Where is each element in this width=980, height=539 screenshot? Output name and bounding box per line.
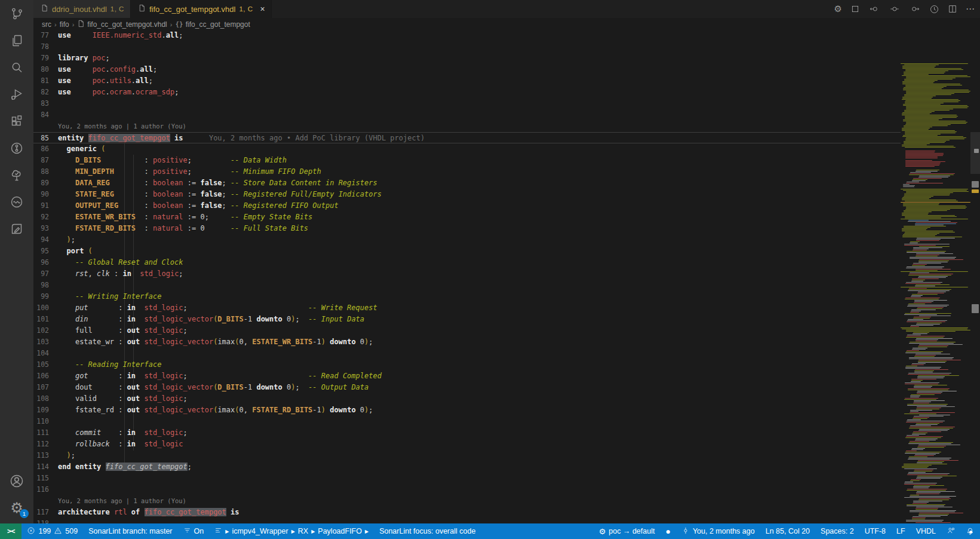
line-number[interactable]: 79 bbox=[33, 53, 58, 64]
line-number[interactable]: 101 bbox=[33, 314, 58, 325]
statusbar-sonarlint-focus[interactable]: SonarLint focus: overall code bbox=[374, 523, 481, 539]
line-number[interactable]: 86 bbox=[33, 143, 58, 155]
code-line-82[interactable]: 82use poc.ocram.ocram_sdp; bbox=[33, 87, 901, 98]
code-line-99[interactable]: 99 -- Writing Interface bbox=[33, 291, 901, 302]
code-line-86[interactable]: 86 generic ( bbox=[33, 143, 901, 155]
code-line-83[interactable]: 83 bbox=[33, 98, 901, 109]
code-line-88[interactable]: 88 MIN_DEPTH : positive; -- Minimum FIFO… bbox=[33, 166, 901, 177]
line-number[interactable]: 108 bbox=[33, 393, 58, 405]
code-line-104[interactable]: 104 bbox=[33, 348, 901, 359]
line-number[interactable]: 92 bbox=[33, 212, 58, 223]
statusbar-git-blame[interactable]: You, 2 months ago bbox=[676, 523, 760, 539]
scrollbar-slider[interactable] bbox=[970, 132, 980, 174]
code-line-81[interactable]: 81use poc.utils.all; bbox=[33, 75, 901, 87]
code-line-116[interactable]: 116 bbox=[33, 484, 901, 495]
editor-action-gear-icon[interactable]: ⚙ bbox=[834, 4, 842, 14]
statusbar-problems[interactable]: 199509 bbox=[21, 523, 83, 539]
code-line-105[interactable]: 105 -- Reading Interface bbox=[33, 359, 901, 370]
statusbar-encoding[interactable]: UTF-8 bbox=[859, 523, 891, 539]
line-number[interactable]: 100 bbox=[33, 302, 58, 314]
code-line-92[interactable]: 92 ESTATE_WR_BITS : natural := 0; -- Emp… bbox=[33, 212, 901, 223]
line-number[interactable]: 99 bbox=[33, 291, 58, 302]
code-line-98[interactable]: 98 bbox=[33, 280, 901, 291]
gitlens-code-lens[interactable]: You, 2 months ago | 1 author (You) bbox=[33, 121, 901, 132]
line-number[interactable]: 77 bbox=[33, 30, 58, 41]
line-number[interactable]: 97 bbox=[33, 268, 58, 280]
line-number[interactable]: 91 bbox=[33, 200, 58, 212]
code-line-108[interactable]: 108 valid : out std_logic; bbox=[33, 393, 901, 405]
code-line-109[interactable]: 109 fstate_rd : out std_logic_vector(ima… bbox=[33, 405, 901, 416]
code-line-100[interactable]: 100 put : in std_logic; -- Write Request bbox=[33, 302, 901, 314]
breadcrumb-item-fifo[interactable]: fifo bbox=[60, 20, 69, 29]
editor-action-circle-arrow-right-icon[interactable] bbox=[909, 4, 921, 14]
code-line-106[interactable]: 106 got : in std_logic; -- Read Complete… bbox=[33, 370, 901, 382]
code-line-117[interactable]: 117architecture rtl of fifo_cc_got_tempg… bbox=[33, 507, 901, 518]
line-number[interactable]: 117 bbox=[33, 507, 58, 518]
line-number[interactable]: 102 bbox=[33, 325, 58, 336]
activity-edit-session-icon[interactable] bbox=[0, 215, 33, 242]
line-number[interactable]: 96 bbox=[33, 257, 58, 268]
line-number[interactable]: 105 bbox=[33, 359, 58, 370]
code-line-101[interactable]: 101 din : in std_logic_vector(D_BITS-1 d… bbox=[33, 314, 901, 325]
line-number[interactable]: 103 bbox=[33, 336, 58, 348]
activity-account-icon[interactable] bbox=[0, 467, 33, 494]
code-line-87[interactable]: 87 D_BITS : positive; -- Data Width bbox=[33, 155, 901, 166]
statusbar-task-breadcrumb[interactable]: ▶icmpv4_Wrapper▶RX▶PayloadFIFO▶ bbox=[209, 523, 374, 539]
line-number[interactable]: 104 bbox=[33, 348, 58, 359]
tab-ddrio_inout.vhdl[interactable]: ddrio_inout.vhdl1, C bbox=[33, 0, 131, 18]
statusbar-filter-toggle[interactable]: On bbox=[178, 523, 210, 539]
line-number[interactable]: 89 bbox=[33, 177, 58, 189]
line-number[interactable]: 98 bbox=[33, 280, 58, 291]
breadcrumb-item-src[interactable]: src bbox=[42, 20, 51, 29]
tab-close-icon[interactable]: × bbox=[260, 4, 265, 14]
activity-test-explorer-icon[interactable] bbox=[0, 161, 33, 188]
code-line-97[interactable]: 97 rst, clk : in std_logic; bbox=[33, 268, 901, 280]
line-number[interactable]: 112 bbox=[33, 439, 58, 450]
statusbar-language-mode[interactable]: VHDL bbox=[911, 523, 941, 539]
line-number[interactable]: 109 bbox=[33, 405, 58, 416]
line-number[interactable]: 84 bbox=[33, 109, 58, 121]
line-number[interactable]: 95 bbox=[33, 246, 58, 257]
statusbar-cursor-position[interactable]: Ln 85, Col 20 bbox=[760, 523, 815, 539]
code-line-79[interactable]: 79library poc; bbox=[33, 53, 901, 64]
minimap[interactable] bbox=[901, 30, 970, 523]
code-line-112[interactable]: 112 rollback : in std_logic bbox=[33, 439, 901, 450]
code-line-90[interactable]: 90 STATE_REG : boolean := false; -- Regi… bbox=[33, 189, 901, 200]
line-number[interactable]: 93 bbox=[33, 223, 58, 234]
line-number[interactable]: 78 bbox=[33, 41, 58, 53]
activity-search-icon[interactable] bbox=[0, 54, 33, 81]
overview-ruler-scrollbar[interactable] bbox=[970, 30, 980, 523]
code-line-115[interactable]: 115 bbox=[33, 473, 901, 484]
code-line-95[interactable]: 95 port ( bbox=[33, 246, 901, 257]
line-number[interactable]: 116 bbox=[33, 484, 58, 495]
code-line-96[interactable]: 96 -- Global Reset and Clock bbox=[33, 257, 901, 268]
line-number[interactable]: 90 bbox=[33, 189, 58, 200]
line-number[interactable]: 110 bbox=[33, 416, 58, 427]
statusbar-remote-indicator[interactable]: >< bbox=[0, 523, 21, 539]
editor-action-more-actions-icon[interactable]: ⋯ bbox=[966, 4, 975, 14]
statusbar-status-circle[interactable]: ● bbox=[660, 523, 675, 539]
code-line-118[interactable]: 118 bbox=[33, 518, 901, 523]
code-line-85[interactable]: 85entity fifo_cc_got_tempgot is You, 2 m… bbox=[33, 132, 901, 143]
line-number[interactable]: 85 bbox=[33, 133, 58, 143]
line-number[interactable]: 113 bbox=[33, 450, 58, 461]
statusbar-notifications[interactable] bbox=[960, 523, 980, 539]
line-number[interactable]: 118 bbox=[33, 518, 58, 523]
code-line-94[interactable]: 94 ); bbox=[33, 234, 901, 246]
code-line-103[interactable]: 103 estate_wr : out std_logic_vector(ima… bbox=[33, 336, 901, 348]
code-line-77[interactable]: 77use IEEE.numeric_std.all; bbox=[33, 30, 901, 41]
line-number[interactable]: 82 bbox=[33, 87, 58, 98]
line-number[interactable]: 94 bbox=[33, 234, 58, 246]
tab-fifo_cc_got_tempgot.vhdl[interactable]: fifo_cc_got_tempgot.vhdl1, C× bbox=[131, 0, 272, 18]
code-line-113[interactable]: 113 ); bbox=[33, 450, 901, 461]
activity-run-debug-icon[interactable] bbox=[0, 81, 33, 108]
code-line-102[interactable]: 102 full : out std_logic; bbox=[33, 325, 901, 336]
editor-action-square-icon[interactable] bbox=[850, 4, 860, 14]
activity-extensions-icon[interactable] bbox=[0, 108, 33, 134]
code-line-78[interactable]: 78 bbox=[33, 41, 901, 53]
code-line-107[interactable]: 107 dout : out std_logic_vector(D_BITS-1… bbox=[33, 382, 901, 393]
statusbar-sonarlint-branch[interactable]: SonarLint branch: master bbox=[83, 523, 177, 539]
code-line-93[interactable]: 93 FSTATE_RD_BITS : natural := 0 -- Full… bbox=[33, 223, 901, 234]
activity-gitlens-icon[interactable] bbox=[0, 134, 33, 161]
line-number[interactable]: 115 bbox=[33, 473, 58, 484]
